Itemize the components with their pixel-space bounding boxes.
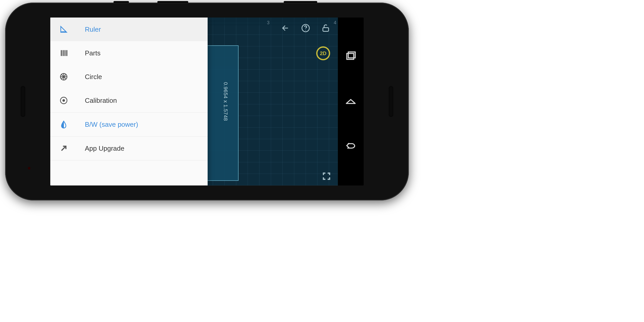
drawer-item-calibration[interactable]: Calibration — [50, 89, 208, 112]
svg-rect-4 — [63, 50, 64, 56]
front-camera — [28, 167, 30, 170]
drawer-item-circle[interactable]: Circle — [50, 65, 208, 89]
drawer-item-label: B/W (save power) — [85, 121, 138, 129]
drop-icon — [59, 120, 68, 129]
lock-open-icon[interactable] — [320, 23, 331, 33]
ruler-triangle-icon — [59, 25, 68, 34]
home-button[interactable] — [344, 95, 358, 108]
parts-icon — [59, 48, 68, 58]
drawer-item-ruler[interactable]: Ruler — [50, 18, 208, 41]
phone-edge-button — [157, 1, 188, 3]
svg-rect-5 — [64, 50, 66, 56]
drawer-item-upgrade[interactable]: App Upgrade — [50, 137, 208, 160]
phone-frame: 3 4 0.9654 x 1.5748 2D — [5, 3, 409, 200]
drawer-item-label: Ruler — [85, 26, 101, 33]
svg-point-1 — [305, 30, 306, 31]
android-navbar — [338, 18, 364, 185]
ruler-tick-label: 4 — [334, 20, 336, 26]
help-icon[interactable] — [300, 23, 311, 33]
svg-rect-2 — [323, 28, 329, 31]
ruler-tick-label: 3 — [267, 20, 270, 26]
drawer-item-bw[interactable]: B/W (save power) — [50, 113, 208, 136]
measurement-label: 0.9654 x 1.5748 — [223, 82, 229, 121]
drawer-item-label: App Upgrade — [85, 145, 124, 152]
svg-point-10 — [63, 99, 65, 102]
phone-edge-button — [284, 1, 317, 3]
drawer-item-label: Calibration — [85, 97, 117, 105]
phone-edge-button — [113, 1, 129, 3]
target-icon — [59, 96, 68, 105]
badge-label: 2D — [320, 50, 327, 56]
drawer-item-parts[interactable]: Parts — [50, 41, 208, 65]
navigation-drawer: Ruler Parts Circle — [50, 18, 208, 185]
speaker-grille — [389, 86, 393, 117]
svg-rect-3 — [61, 50, 62, 56]
screen: 3 4 0.9654 x 1.5748 2D — [50, 18, 364, 185]
fullscreen-icon[interactable] — [322, 172, 331, 182]
drawer-item-label: Circle — [85, 73, 102, 81]
back-button[interactable] — [344, 140, 358, 154]
svg-rect-6 — [66, 50, 67, 56]
drawer-item-label: Parts — [85, 49, 101, 57]
app-canvas[interactable]: 3 4 0.9654 x 1.5748 2D — [50, 18, 338, 185]
recent-apps-button[interactable] — [344, 49, 358, 63]
2d-mode-badge[interactable]: 2D — [316, 46, 330, 60]
back-arrow-icon[interactable] — [280, 23, 291, 33]
toolbar — [280, 23, 331, 33]
arrow-upright-icon — [59, 144, 68, 153]
speaker-grille — [21, 86, 25, 117]
wheel-icon — [59, 72, 68, 81]
